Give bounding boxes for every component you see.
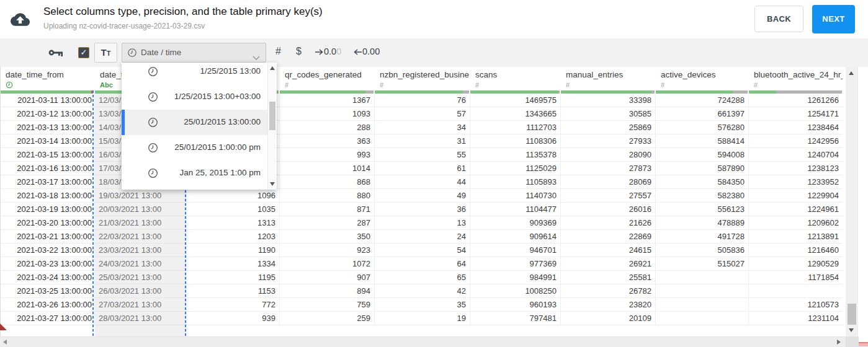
grid-cell[interactable]: 19/03/2021 13:00 [95, 189, 187, 203]
grid-cell[interactable]: 1195 [187, 271, 280, 284]
grid-cell[interactable]: 582380 [656, 189, 749, 203]
grid-cell[interactable]: 1125029 [470, 162, 561, 175]
grid-cell[interactable]: 55 [375, 148, 470, 162]
grid-cell[interactable]: 27/03/2021 13:00 [95, 298, 187, 312]
grid-cell[interactable]: 21626 [561, 216, 656, 230]
include-column-checkbox[interactable]: ✓ [78, 47, 89, 58]
grid-cell[interactable]: 661397 [656, 107, 749, 121]
grid-cell[interactable] [656, 284, 749, 298]
grid-cell[interactable]: 2021-03-18 13:00:00 [1, 189, 95, 203]
grid-cell[interactable]: 880 [280, 189, 375, 203]
dropdown-scrollbar[interactable] [267, 63, 277, 190]
grid-cell[interactable]: 2021-03-12 13:00:00 [1, 107, 95, 121]
grid-cell[interactable]: 1224961 [749, 203, 843, 216]
grid-cell[interactable]: 2021-03-13 13:00:00 [1, 121, 95, 134]
grid-cell[interactable]: 76 [375, 94, 470, 107]
grid-cell[interactable]: 2021-03-22 13:00:00 [1, 244, 95, 257]
column-header[interactable]: scans# [470, 67, 561, 94]
grid-cell[interactable]: 1209602 [749, 216, 843, 230]
grid-cell[interactable]: 25869 [561, 121, 656, 134]
datetime-format-option[interactable]: Jan 25, 2015 1:00 pm [122, 160, 267, 186]
grid-cell[interactable]: 24 [375, 230, 470, 244]
grid-cell[interactable] [656, 298, 749, 312]
grid-cell[interactable]: 1014 [280, 162, 375, 175]
grid-cell[interactable]: 759 [280, 298, 375, 312]
grid-cell[interactable]: 1238123 [749, 162, 843, 175]
grid-cell[interactable]: 1469575 [470, 94, 561, 107]
grid-cell[interactable]: 923 [280, 244, 375, 257]
grid-cell[interactable]: 505836 [656, 244, 749, 257]
grid-cell[interactable]: 26016 [561, 203, 656, 216]
grid-cell[interactable] [656, 271, 749, 284]
grid-cell[interactable]: 515027 [656, 257, 749, 271]
grid-cell[interactable]: 576280 [656, 121, 749, 134]
scroll-up-icon[interactable] [849, 71, 854, 75]
grid-cell[interactable]: 1008250 [470, 284, 561, 298]
datetime-format-option[interactable]: 25/01/2015 13:00:00 [122, 110, 267, 135]
grid-cell[interactable]: 2021-03-24 13:00:00 [1, 271, 95, 284]
grid-cell[interactable]: 594008 [656, 148, 749, 162]
datetime-format-option[interactable]: 25/01/2015 1:00:00 pm [122, 135, 267, 160]
grid-cell[interactable]: 491728 [656, 230, 749, 244]
grid-cell[interactable] [656, 312, 749, 325]
grid-cell[interactable]: 1171854 [749, 271, 843, 284]
grid-cell[interactable]: 23/03/2021 13:00 [95, 244, 187, 257]
grid-cell[interactable]: 993 [280, 148, 375, 162]
grid-cell[interactable]: 1108306 [470, 134, 561, 148]
grid-cell[interactable]: 19 [375, 312, 470, 325]
scroll-down-icon[interactable] [849, 328, 854, 332]
grid-cell[interactable]: 2021-03-16 13:00:00 [1, 162, 95, 175]
grid-cell[interactable]: 2021-03-25 13:00:00 [1, 284, 95, 298]
grid-cell[interactable]: 1104477 [470, 203, 561, 216]
grid-cell[interactable]: 909614 [470, 230, 561, 244]
grid-cell[interactable]: 1313 [187, 216, 280, 230]
grid-cell[interactable]: 1105893 [470, 175, 561, 189]
grid-cell[interactable]: 894 [280, 284, 375, 298]
grid-cell[interactable]: 1093 [280, 107, 375, 121]
column-header[interactable]: qr_codes_generated# [280, 67, 375, 94]
grid-cell[interactable]: 26782 [561, 284, 656, 298]
number-type-icon[interactable]: # [275, 46, 281, 57]
grid-cell[interactable]: 1216460 [749, 244, 843, 257]
grid-cell[interactable]: 1096 [187, 189, 280, 203]
grid-cell[interactable]: 57 [375, 107, 470, 121]
grid-cell[interactable]: 871 [280, 203, 375, 216]
grid-cell[interactable]: 259 [280, 312, 375, 325]
primary-key-icon[interactable] [48, 48, 63, 59]
grid-cell[interactable]: 25581 [561, 271, 656, 284]
grid-cell[interactable]: 363 [280, 134, 375, 148]
grid-cell[interactable]: 24/03/2021 13:00 [95, 257, 187, 271]
grid-cell[interactable]: 2021-03-20 13:00:00 [1, 216, 95, 230]
grid-cell[interactable]: 287 [280, 216, 375, 230]
grid-cell[interactable]: 31 [375, 134, 470, 148]
grid-cell[interactable]: 1140730 [470, 189, 561, 203]
grid-cell[interactable]: 977369 [470, 257, 561, 271]
grid-cell[interactable]: 587890 [656, 162, 749, 175]
vertical-scrollbar[interactable] [846, 67, 858, 336]
grid-cell[interactable]: 1203 [187, 230, 280, 244]
grid-cell[interactable]: 27873 [561, 162, 656, 175]
grid-cell[interactable]: 868 [280, 175, 375, 189]
grid-cell[interactable]: 24615 [561, 244, 656, 257]
column-header[interactable]: active_devices# [656, 67, 749, 94]
scroll-up-icon[interactable] [270, 66, 275, 70]
grid-cell[interactable]: 1367 [280, 94, 375, 107]
currency-type-icon[interactable]: $ [296, 46, 302, 57]
grid-cell[interactable]: 772 [187, 298, 280, 312]
grid-cell[interactable]: 350 [280, 230, 375, 244]
grid-cell[interactable]: 2021-03-17 13:00:00 [1, 175, 95, 189]
grid-cell[interactable]: 478889 [656, 216, 749, 230]
grid-cell[interactable]: 939 [187, 312, 280, 325]
grid-cell[interactable]: 1112703 [470, 121, 561, 134]
grid-cell[interactable]: 960193 [470, 298, 561, 312]
type-format-select[interactable]: Date / time [122, 43, 266, 63]
datetime-format-option[interactable]: 1/25/2015 13:00+03:00 [122, 84, 267, 110]
horizontal-scrollbar[interactable] [0, 336, 846, 347]
grid-cell[interactable]: 1240704 [749, 148, 843, 162]
grid-cell[interactable]: 1210573 [749, 298, 843, 312]
grid-cell[interactable]: 65 [375, 271, 470, 284]
grid-cell[interactable]: 2021-03-27 13:00:00 [1, 312, 95, 325]
grid-cell[interactable]: 2021-03-23 13:00:00 [1, 257, 95, 271]
grid-cell[interactable]: 13 [375, 216, 470, 230]
decrease-decimal-button[interactable]: 0.00 [354, 46, 380, 57]
